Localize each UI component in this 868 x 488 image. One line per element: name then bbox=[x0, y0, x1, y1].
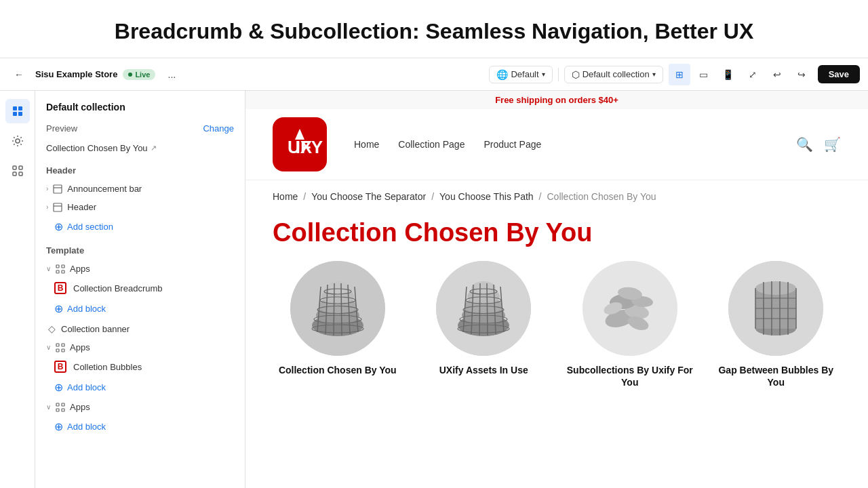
collection-dropdown[interactable]: ⬡ Default collection ▾ bbox=[564, 66, 663, 83]
svg-rect-24 bbox=[62, 409, 64, 411]
apps-group-1[interactable]: ∨ Apps bbox=[35, 260, 245, 278]
header-item[interactable]: › Header bbox=[35, 198, 245, 216]
svg-rect-14 bbox=[62, 265, 64, 268]
svg-rect-22 bbox=[62, 403, 64, 406]
store-nav: UX IFY Home Collection Page Product Page… bbox=[245, 109, 868, 180]
undo-button[interactable]: ↩ bbox=[766, 64, 788, 85]
top-bar: ← Sisu Example Store Live ... 🌐 Default … bbox=[0, 58, 868, 91]
collection-title: Collection Chosen By You bbox=[245, 213, 868, 261]
svg-point-51 bbox=[471, 281, 496, 295]
svg-rect-23 bbox=[56, 409, 59, 411]
breadcrumb-path-label[interactable]: You Choose This Path bbox=[439, 191, 534, 202]
nav-actions: 🔍 🛒 bbox=[796, 136, 841, 152]
preview-row: Preview Change bbox=[35, 118, 245, 139]
breadcrumb-home[interactable]: Home bbox=[273, 191, 298, 202]
tablet-view-button[interactable]: ▭ bbox=[693, 64, 715, 85]
collection-breadcrumb-item[interactable]: B Collection Breadcrumb bbox=[35, 278, 245, 298]
more-options-button[interactable]: ... bbox=[161, 64, 182, 85]
product-grid: Collection Chosen By You bbox=[245, 261, 868, 415]
breadcrumb-sep-1: / bbox=[303, 191, 306, 202]
svg-point-34 bbox=[326, 281, 350, 295]
svg-rect-2 bbox=[13, 112, 17, 116]
nav-collection[interactable]: Collection Page bbox=[398, 139, 465, 150]
svg-rect-20 bbox=[62, 349, 64, 352]
collection-banner-icon: ◇ bbox=[46, 323, 57, 334]
product-card-4: Gap Between Bubbles By You bbox=[711, 261, 842, 388]
store-name: Sisu Example Store bbox=[35, 69, 117, 79]
collection-banner-item[interactable]: ◇ Collection banner bbox=[35, 319, 245, 338]
desktop-view-button[interactable]: ⊞ bbox=[669, 64, 690, 85]
svg-line-55 bbox=[487, 283, 488, 336]
mobile-view-button[interactable]: 📱 bbox=[717, 64, 739, 85]
svg-rect-6 bbox=[19, 166, 22, 169]
product-card-3: Subcollections By Uxify For You bbox=[565, 261, 695, 388]
add-block-1[interactable]: ⊕ Add block bbox=[35, 298, 245, 319]
template-section: Template bbox=[35, 237, 245, 260]
top-bar-right: ⊞ ▭ 📱 ⤢ ↩ ↪ Save bbox=[669, 64, 860, 85]
svg-rect-1 bbox=[18, 106, 22, 110]
apps-group-2[interactable]: ∨ Apps bbox=[35, 338, 245, 357]
search-icon[interactable]: 🔍 bbox=[796, 136, 813, 152]
redo-button[interactable]: ↪ bbox=[791, 64, 812, 85]
svg-rect-17 bbox=[56, 344, 59, 346]
product-name-4: Gap Between Bubbles By You bbox=[711, 364, 842, 388]
add-block-3[interactable]: ⊕ Add block bbox=[35, 416, 245, 437]
sidebar-icon-settings[interactable] bbox=[5, 129, 30, 153]
back-button[interactable]: ← bbox=[8, 64, 30, 85]
apps-group-3[interactable]: ∨ Apps bbox=[35, 398, 245, 416]
fullscreen-button[interactable]: ⤢ bbox=[742, 64, 764, 85]
cart-icon[interactable]: 🛒 bbox=[824, 136, 841, 152]
product-card-2: UXify Assets In Use bbox=[419, 261, 549, 388]
sidebar-icon-layout[interactable] bbox=[5, 99, 30, 123]
page-title: Breadcrumb & Subcollection: Seamless Nav… bbox=[14, 19, 854, 44]
separator bbox=[558, 68, 559, 81]
add-block-3-icon: ⊕ bbox=[54, 420, 63, 433]
preview-frame: Free shipping on orders $40+ UX IFY Home bbox=[245, 91, 868, 488]
product-card-1: Collection Chosen By You bbox=[273, 261, 403, 388]
breadcrumb-current: Collection Chosen By You bbox=[547, 191, 656, 202]
top-bar-center: 🌐 Default ▾ ⬡ Default collection ▾ bbox=[489, 66, 663, 83]
svg-rect-8 bbox=[19, 172, 22, 176]
change-link[interactable]: Change bbox=[203, 123, 234, 134]
product-name-1: Collection Chosen By You bbox=[279, 364, 397, 376]
sidebar-icon-apps[interactable] bbox=[5, 159, 30, 183]
collection-bubbles-item[interactable]: B Colletion Bubbles bbox=[35, 357, 245, 377]
editor-container: ← Sisu Example Store Live ... 🌐 Default … bbox=[0, 58, 868, 488]
product-name-2: UXify Assets In Use bbox=[439, 364, 528, 376]
page-title-area: Breadcrumb & Subcollection: Seamless Nav… bbox=[0, 0, 868, 58]
svg-rect-18 bbox=[62, 344, 64, 346]
svg-line-37 bbox=[334, 283, 334, 336]
breadcrumb-separator-label[interactable]: You Choose The Separator bbox=[311, 191, 426, 202]
announcement-bar-item[interactable]: › Announcement bar bbox=[35, 180, 245, 198]
save-button[interactable]: Save bbox=[818, 65, 860, 83]
nav-home[interactable]: Home bbox=[354, 139, 379, 150]
product-image-2 bbox=[436, 261, 531, 356]
nav-product[interactable]: Product Page bbox=[484, 139, 541, 150]
breadcrumb: Home / You Choose The Separator / You Ch… bbox=[245, 180, 868, 213]
breadcrumb-red-icon: B bbox=[54, 282, 66, 294]
svg-rect-19 bbox=[56, 349, 59, 352]
svg-rect-16 bbox=[62, 270, 64, 273]
breadcrumb-sep-2: / bbox=[431, 191, 434, 202]
svg-rect-15 bbox=[56, 270, 59, 273]
nav-links: Home Collection Page Product Page bbox=[354, 139, 796, 150]
product-image-1 bbox=[290, 261, 385, 356]
svg-rect-9 bbox=[54, 185, 62, 193]
svg-rect-5 bbox=[13, 166, 16, 169]
add-block-1-icon: ⊕ bbox=[54, 302, 63, 315]
apps-icon-1 bbox=[55, 264, 66, 274]
svg-rect-7 bbox=[13, 172, 16, 176]
collection-chosen-item[interactable]: Collection Chosen By You ↗ bbox=[35, 139, 245, 157]
live-badge: Live bbox=[123, 69, 155, 80]
svg-rect-0 bbox=[13, 106, 17, 110]
header-section: Header bbox=[35, 157, 245, 180]
svg-text:IFY: IFY bbox=[296, 137, 323, 157]
svg-rect-3 bbox=[18, 112, 22, 116]
default-dropdown[interactable]: 🌐 Default ▾ bbox=[489, 66, 552, 83]
left-panel: Default collection Preview Change Collec… bbox=[35, 91, 245, 488]
svg-point-4 bbox=[16, 139, 20, 143]
add-section-button[interactable]: ⊕ Add section bbox=[35, 216, 245, 237]
preview-area: Free shipping on orders $40+ UX IFY Home bbox=[245, 91, 868, 488]
add-block-2[interactable]: ⊕ Add block bbox=[35, 377, 245, 398]
store-logo: UX IFY bbox=[273, 117, 327, 171]
